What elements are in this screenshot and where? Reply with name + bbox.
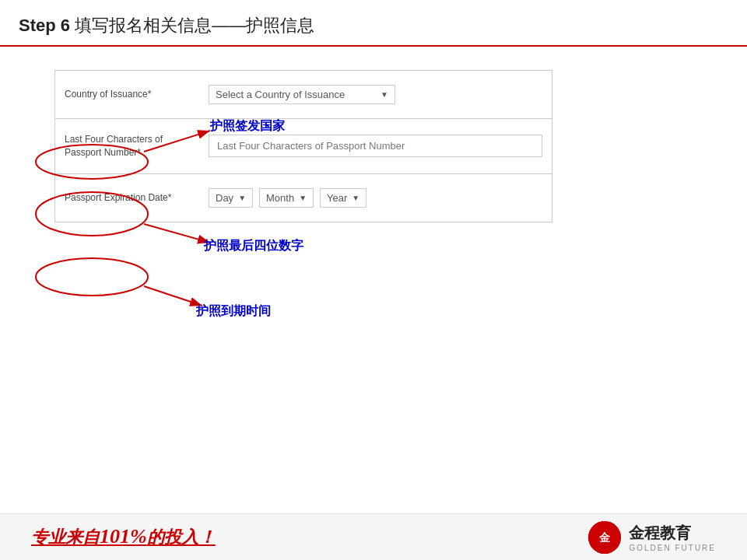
form-card: Country of Issuance* Select a Country of…: [54, 70, 552, 222]
logo-circle: 金: [588, 521, 621, 554]
passport-label: Last Four Characters of Passport Number*: [55, 127, 199, 166]
expiry-row: Passport Expiration Date* Day ▼ Month ▼ …: [55, 174, 552, 222]
day-select[interactable]: Day ▼: [209, 188, 253, 208]
main-content: Country of Issuance* Select a Country of…: [0, 47, 747, 246]
footer: 专业来自101%的投入！ 金 金程教育 GOLDEN FUTURE: [0, 513, 747, 560]
page-header: Step 6 填写报名相关信息——护照信息: [0, 0, 747, 47]
annotation-expiry-text: 护照到期时间: [196, 303, 271, 320]
expiry-label: Passport Expiration Date*: [55, 185, 199, 211]
expiry-field: Day ▼ Month ▼ Year ▼: [199, 182, 552, 214]
slogan-prefix: 专业来自: [31, 527, 100, 547]
logo-svg: 金: [588, 521, 621, 554]
country-label: Country of Issuance*: [55, 82, 199, 107]
arrow-expiry: [144, 286, 202, 306]
passport-field: [199, 128, 552, 163]
year-select[interactable]: Year ▼: [320, 188, 366, 208]
month-label: Month: [266, 192, 294, 204]
annotation-passport-text: 护照最后四位数字: [204, 238, 303, 254]
page-title: Step 6 填写报名相关信息——护照信息: [19, 14, 728, 37]
month-arrow: ▼: [299, 194, 307, 202]
day-arrow: ▼: [238, 194, 246, 202]
step-bold: Step 6: [19, 16, 70, 35]
logo-text: 金程教育 GOLDEN FUTURE: [629, 523, 716, 552]
logo-en: GOLDEN FUTURE: [629, 544, 716, 552]
footer-logo: 金 金程教育 GOLDEN FUTURE: [588, 521, 716, 554]
arrow-passport: [144, 224, 210, 243]
date-selects: Day ▼ Month ▼ Year ▼: [209, 188, 542, 208]
month-select[interactable]: Month ▼: [259, 188, 314, 208]
step-text: 填写报名相关信息——护照信息: [75, 16, 314, 35]
svg-text:金: 金: [598, 531, 611, 544]
country-field: Select a Country of Issuance ▼: [199, 79, 552, 110]
country-dropdown-arrow: ▼: [381, 90, 388, 99]
slogan-percent: 101%: [100, 525, 147, 548]
passport-row: Last Four Characters of Passport Number*: [55, 119, 552, 174]
country-select[interactable]: Select a Country of Issuance ▼: [209, 85, 395, 104]
footer-slogan: 专业来自101%的投入！: [31, 525, 216, 549]
passport-input[interactable]: [209, 135, 542, 157]
year-arrow: ▼: [352, 194, 359, 202]
circle-expiry: [36, 258, 148, 296]
slogan-suffix: 的投入！: [147, 527, 216, 547]
day-label: Day: [216, 192, 233, 204]
year-label: Year: [327, 192, 347, 204]
logo-cn: 金程教育: [629, 523, 691, 544]
country-select-text: Select a Country of Issuance: [216, 89, 374, 100]
country-row: Country of Issuance* Select a Country of…: [55, 71, 552, 119]
